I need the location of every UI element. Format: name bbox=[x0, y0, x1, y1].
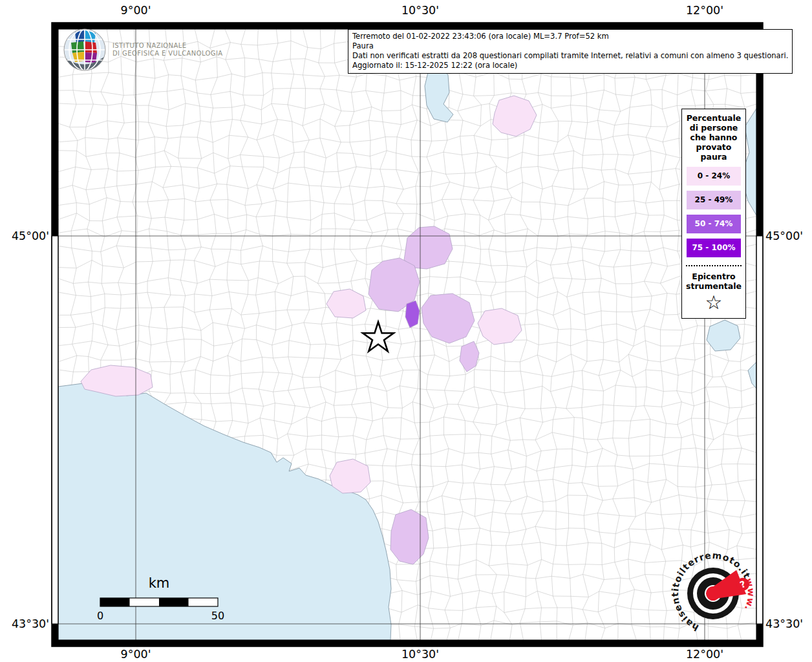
haisentitoilterremoto-logo[interactable]: ? haisentitoilterremoto.itwww. bbox=[0, 0, 812, 662]
felt-report-map-page: ISTITUTO NAZIONALE DI GEOFISICA E VULCAN… bbox=[0, 0, 812, 662]
